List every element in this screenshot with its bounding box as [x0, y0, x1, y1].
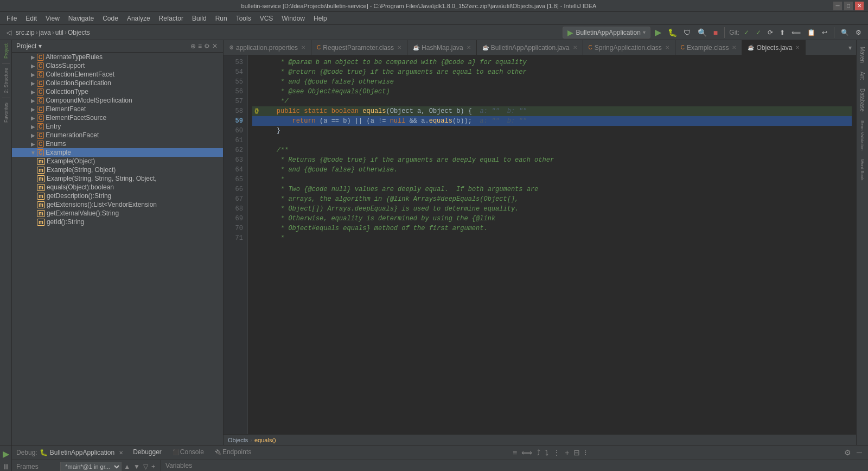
debug-settings2-button[interactable]: ⚙ [843, 448, 853, 457]
run-config-label[interactable]: BulletinAppApplication [576, 29, 640, 36]
git-push-button[interactable]: ⬆ [777, 28, 787, 37]
debug-export-button[interactable]: ⤵ [543, 448, 550, 457]
menu-file[interactable]: File [2, 14, 21, 23]
debug-pause-button[interactable]: ⏸ [1, 461, 11, 471]
code-area[interactable]: * @param b an object to be compared with… [248, 55, 856, 434]
bean-validation-label[interactable]: Bean Validation [859, 116, 866, 155]
sidebar-structure-icon[interactable]: 2: Structure [2, 67, 10, 94]
git-check-button[interactable]: ✓ [742, 28, 751, 37]
menu-edit[interactable]: Edit [21, 14, 41, 23]
tree-item-AlternateTypeRules[interactable]: ▶ C AlternateTypeRules [12, 53, 223, 61]
search-button[interactable]: 🔍 [839, 28, 851, 37]
menu-window[interactable]: Window [277, 14, 309, 23]
tab-Objects-java[interactable]: ☕ Objects.java ✕ [742, 40, 806, 55]
tree-item-Example-getExternalValue[interactable]: m getExternalValue():String [12, 209, 223, 218]
menu-run[interactable]: Run [211, 14, 232, 23]
breadcrumb-objects[interactable]: Objects [68, 29, 90, 36]
project-settings-button[interactable]: ⚙ [203, 42, 211, 50]
stop-button[interactable]: ■ [711, 27, 720, 38]
menu-help[interactable]: Help [309, 14, 331, 23]
project-collapse-button[interactable]: ≡ [197, 42, 203, 50]
debug-filter-button[interactable]: ⋮ [551, 448, 562, 457]
tab-application-properties[interactable]: ⚙ application.properties ✕ [224, 40, 311, 55]
tab-close-icon[interactable]: ✕ [573, 44, 577, 50]
menu-vcs[interactable]: VCS [256, 14, 278, 23]
tree-item-ElementFacet[interactable]: ▶ C ElementFacet [12, 105, 223, 113]
maximize-button[interactable]: □ [844, 2, 853, 10]
debug-tab-debugger[interactable]: Debugger [127, 447, 167, 459]
minimize-button[interactable]: ─ [833, 2, 842, 10]
tree-item-Example-getDescription[interactable]: m getDescription():String [12, 192, 223, 200]
run-button[interactable]: ▶ [653, 26, 663, 39]
word-book-label[interactable]: Word Book [859, 155, 866, 184]
tab-close-icon[interactable]: ✕ [397, 44, 401, 50]
tree-item-ClassSupport[interactable]: ▶ C ClassSupport [12, 61, 223, 70]
git-history-button[interactable]: ⟸ [789, 28, 803, 37]
menu-code[interactable]: Code [98, 14, 123, 23]
debug-list-button[interactable]: ⁝ [583, 448, 588, 457]
tab-RequestParameter[interactable]: C RequestParameter.class ✕ [311, 40, 407, 55]
git-check2-button[interactable]: ✓ [754, 28, 763, 37]
git-rollback-button[interactable]: ↩ [820, 28, 829, 37]
menu-navigate[interactable]: Navigate [64, 14, 98, 23]
close-button[interactable]: ✕ [855, 2, 864, 10]
frames-filter-button[interactable]: ▽ [142, 462, 149, 471]
debug-tab-endpoints[interactable]: 🔌 Endpoints [209, 447, 257, 459]
tree-item-CollectionType[interactable]: ▶ C CollectionType [12, 87, 223, 96]
debug-resume-button[interactable]: ▶ [2, 448, 10, 460]
tree-item-CollectionElementFacet[interactable]: ▶ C CollectionElementFacet [12, 70, 223, 79]
menu-analyze[interactable]: Analyze [123, 14, 155, 23]
tab-close-icon[interactable]: ✕ [301, 44, 305, 50]
debug-tab-close-button[interactable]: ✕ [119, 450, 123, 456]
tree-item-ElementFacetSource[interactable]: ▶ C ElementFacetSource [12, 113, 223, 122]
tab-HashMap[interactable]: ☕ HashMap.java ✕ [407, 40, 477, 55]
profile-button[interactable]: 🔍 [695, 27, 709, 38]
tab-close-icon[interactable]: ✕ [467, 44, 471, 50]
tree-item-Example-getExtensions[interactable]: m getExtensions():List<VendorExtension [12, 200, 223, 209]
debug-button[interactable]: 🐛 [666, 27, 679, 38]
tree-item-CompoundModelSpecification[interactable]: ▶ C CompoundModelSpecification [12, 96, 223, 105]
tab-settings-button[interactable]: ▾ [844, 40, 856, 55]
tree-item-Example[interactable]: ▼ C Example [12, 148, 223, 157]
debug-restore-views-button[interactable]: ⟺ [520, 448, 534, 457]
debug-layout-button[interactable]: ⊟ [572, 448, 582, 457]
tab-Example-class[interactable]: C Example.class ✕ [675, 40, 743, 55]
tab-BulletinAppApplication[interactable]: ☕ BulletinAppApplication.java ✕ [477, 40, 583, 55]
menu-tools[interactable]: Tools [232, 14, 256, 23]
debug-add-watch-button[interactable]: + [563, 448, 571, 457]
debug-minimize-button[interactable]: ─ [855, 448, 864, 457]
tree-item-Entry[interactable]: ▶ C Entry [12, 122, 223, 131]
git-update-button[interactable]: ⟳ [765, 28, 775, 37]
tree-item-Example-ctor2[interactable]: m Example(String, Object) [12, 166, 223, 174]
tree-item-Example-getId[interactable]: m getId():String [12, 218, 223, 226]
tab-close-icon[interactable]: ✕ [732, 44, 736, 50]
settings-button[interactable]: ⚙ [853, 28, 864, 37]
menu-refactor[interactable]: Refactor [155, 14, 188, 23]
tree-item-Example-equals[interactable]: m equals(Object):boolean [12, 183, 223, 192]
menu-view[interactable]: View [41, 14, 64, 23]
debug-tab-console[interactable]: ⬛ Console [167, 447, 209, 459]
thread-selector[interactable]: *main*@1 in gr... [60, 462, 122, 471]
project-sync-button[interactable]: ⊕ [189, 42, 197, 50]
ant-label[interactable]: Ant [858, 67, 866, 84]
back-button[interactable]: ◁ [4, 28, 14, 37]
sidebar-favorites-icon[interactable]: Favorites [2, 101, 10, 124]
tab-close-icon[interactable]: ✕ [665, 44, 669, 50]
breadcrumb-equals-link[interactable]: equals() [254, 437, 276, 443]
tab-SpringApplication[interactable]: C SpringApplication.class ✕ [583, 40, 675, 55]
frames-up-button[interactable]: ▲ [123, 462, 131, 471]
tab-close-icon[interactable]: ✕ [795, 44, 800, 50]
coverage-button[interactable]: 🛡 [681, 27, 693, 38]
maven-label[interactable]: Maven [858, 42, 866, 67]
frames-down-button[interactable]: ▼ [132, 462, 141, 471]
breadcrumb-srczip[interactable]: src.zip [16, 29, 35, 36]
run-config-dropdown-icon[interactable]: ▾ [643, 29, 646, 35]
project-hide-button[interactable]: ✕ [211, 42, 219, 50]
tree-item-Example-ctor1[interactable]: m Example(Object) [12, 157, 223, 166]
tree-item-CollectionSpecification[interactable]: ▶ C CollectionSpecification [12, 79, 223, 87]
frames-add-button[interactable]: + [150, 462, 156, 471]
tree-item-Enums[interactable]: ▶ C Enums [12, 139, 223, 148]
menu-build[interactable]: Build [188, 14, 211, 23]
database-label[interactable]: Database [858, 84, 866, 116]
tree-item-Example-ctor3[interactable]: m Example(String, String, String, Object… [12, 174, 223, 183]
